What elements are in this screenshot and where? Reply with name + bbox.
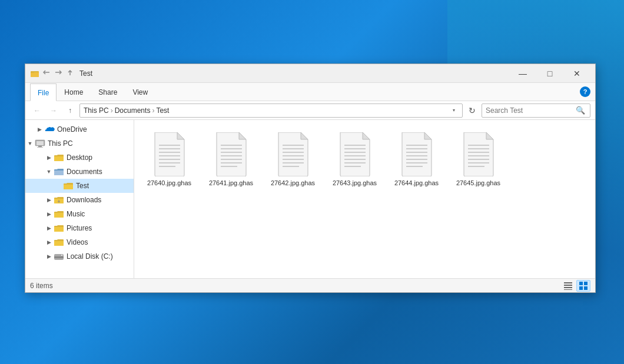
svg-rect-54 <box>564 282 572 283</box>
window-controls: — □ ✕ <box>509 64 590 83</box>
search-input[interactable] <box>486 106 575 115</box>
window-title: Test <box>79 69 509 78</box>
svg-rect-1 <box>31 72 39 77</box>
sidebar-label-music: Music <box>67 210 85 218</box>
sidebar-item-desktop[interactable]: ▶ Desktop <box>25 151 134 165</box>
tab-file[interactable]: File <box>30 84 57 101</box>
toggle-desktop[interactable]: ▶ <box>44 151 54 165</box>
file-icon <box>337 132 373 176</box>
thispc-icon <box>35 138 45 149</box>
file-icon <box>152 132 187 176</box>
toggle-pictures[interactable]: ▶ <box>44 221 54 235</box>
svg-point-11 <box>61 255 62 256</box>
title-bar-icons <box>30 69 75 78</box>
tab-view[interactable]: View <box>125 83 155 101</box>
sidebar-label-onedrive: OneDrive <box>57 125 87 133</box>
file-item[interactable]: 27640.jpg.ghas <box>141 127 197 192</box>
sidebar-item-thispc[interactable]: ▼ This PC <box>25 136 134 151</box>
documents-icon <box>54 166 64 177</box>
path-sep-2: › <box>152 106 154 115</box>
title-folder-icon <box>30 69 39 78</box>
sidebar-label-thispc: This PC <box>48 139 73 148</box>
view-details-button[interactable] <box>561 280 575 292</box>
file-item[interactable]: 27642.jpg.ghas <box>265 127 321 192</box>
toggle-downloads[interactable]: ▶ <box>44 193 54 207</box>
search-box: 🔍 <box>482 103 590 118</box>
sidebar-item-videos[interactable]: ▶ Videos <box>25 235 134 249</box>
path-part-test: Test <box>156 106 169 115</box>
toggle-music[interactable]: ▶ <box>44 207 54 221</box>
maximize-button[interactable]: □ <box>536 64 563 83</box>
videos-icon <box>54 237 64 248</box>
back-button[interactable]: ← <box>30 103 44 118</box>
svg-rect-57 <box>564 289 572 290</box>
sidebar-item-localdisk[interactable]: ▶ Local Disk (C:) <box>25 249 134 263</box>
path-dropdown-icon[interactable]: ▾ <box>449 103 459 118</box>
sidebar-item-music[interactable]: ▶ Music <box>25 207 134 221</box>
sidebar-item-downloads[interactable]: ▶ Downloads <box>25 193 134 207</box>
test-icon <box>63 181 74 191</box>
toggle-documents[interactable]: ▼ <box>44 165 54 179</box>
toggle-videos[interactable]: ▶ <box>44 235 54 249</box>
sidebar-label-downloads: Downloads <box>67 196 101 204</box>
svg-rect-59 <box>584 282 588 285</box>
onedrive-icon <box>44 124 55 135</box>
svg-rect-7 <box>38 146 42 147</box>
help-button[interactable]: ? <box>580 86 590 97</box>
toggle-onedrive[interactable]: ▶ <box>35 122 44 136</box>
path-part-documents: Documents <box>115 106 151 115</box>
tab-home[interactable]: Home <box>57 83 91 101</box>
file-icon <box>399 132 434 176</box>
sidebar-label-localdisk: Local Disk (C:) <box>67 252 113 261</box>
search-icon[interactable]: 🔍 <box>575 105 586 116</box>
file-icon <box>461 132 496 176</box>
file-item[interactable]: 27644.jpg.ghas <box>389 127 444 192</box>
path-sep-1: › <box>111 106 113 115</box>
sidebar-item-test[interactable]: Test <box>25 179 134 193</box>
file-name: 27643.jpg.ghas <box>333 179 377 187</box>
file-name: 27644.jpg.ghas <box>394 179 439 187</box>
file-item[interactable]: 27643.jpg.ghas <box>327 127 383 192</box>
ribbon: File Home Share View ? <box>25 83 595 101</box>
sidebar-label-documents: Documents <box>67 168 102 176</box>
svg-rect-55 <box>564 285 572 286</box>
svg-rect-60 <box>579 286 583 290</box>
pictures-icon <box>54 223 64 233</box>
sidebar-label-desktop: Desktop <box>67 153 92 162</box>
svg-rect-2 <box>31 72 34 73</box>
sidebar-item-onedrive[interactable]: ▶ OneDrive <box>25 122 134 136</box>
tab-share[interactable]: Share <box>91 83 125 101</box>
up-button[interactable]: ↑ <box>63 103 77 118</box>
toggle-thispc[interactable]: ▼ <box>25 136 35 151</box>
file-item[interactable]: 27645.jpg.ghas <box>450 127 506 192</box>
refresh-button[interactable]: ↻ <box>465 103 479 118</box>
sidebar: ▶ OneDrive ▼ This PC ▶ <box>25 120 134 278</box>
address-path[interactable]: This PC › Documents › Test ▾ <box>79 103 463 118</box>
desktop-icon <box>54 152 64 163</box>
minimize-button[interactable]: — <box>509 64 536 83</box>
view-tiles-button[interactable] <box>576 280 590 292</box>
svg-rect-10 <box>54 256 64 258</box>
music-icon <box>54 209 64 219</box>
ribbon-tabs: File Home Share View ? <box>25 83 595 101</box>
downloads-icon <box>54 195 64 205</box>
file-name: 27645.jpg.ghas <box>456 179 500 187</box>
localdisk-icon <box>54 251 64 262</box>
sidebar-item-documents[interactable]: ▼ Documents <box>25 165 134 179</box>
file-item[interactable]: 27641.jpg.ghas <box>203 127 259 192</box>
title-forward-icon <box>54 69 63 78</box>
file-icon <box>276 132 311 176</box>
forward-button[interactable]: → <box>47 103 61 118</box>
svg-rect-58 <box>579 282 583 285</box>
close-button[interactable]: ✕ <box>563 64 590 83</box>
content-area: 27640.jpg.ghas 27641.jpg.ghas <box>134 120 595 278</box>
file-name: 27641.jpg.ghas <box>209 179 253 187</box>
path-part-thispc: This PC <box>84 106 109 115</box>
svg-rect-6 <box>36 141 44 145</box>
address-bar: ← → ↑ This PC › Documents › Test ▾ ↻ 🔍 <box>25 101 595 120</box>
sidebar-label-test: Test <box>76 182 89 190</box>
file-name: 27642.jpg.ghas <box>271 179 315 187</box>
sidebar-item-pictures[interactable]: ▶ Pictures <box>25 221 134 235</box>
toggle-test <box>58 179 63 193</box>
toggle-localdisk[interactable]: ▶ <box>44 249 54 263</box>
